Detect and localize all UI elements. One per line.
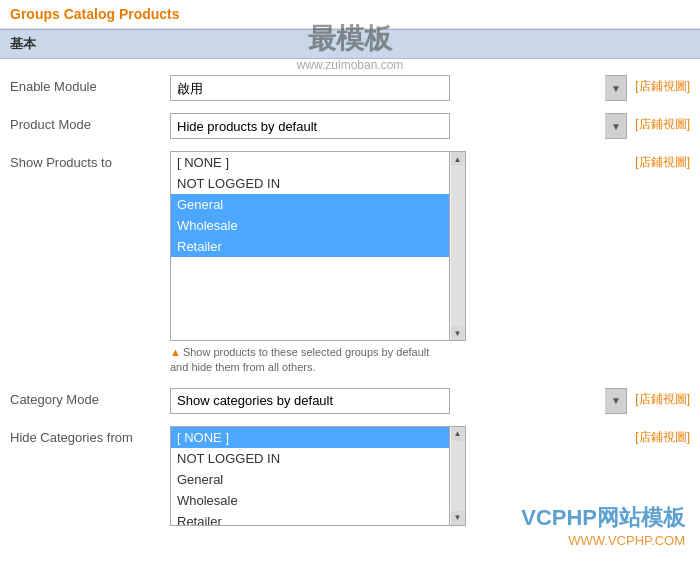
- scroll-up-arrow[interactable]: ▲: [451, 152, 465, 166]
- list-item[interactable]: [ NONE ]: [171, 152, 449, 173]
- show-products-control: [ NONE ]NOT LOGGED INGeneralWholesaleRet…: [170, 151, 627, 376]
- scroll-down-arrow[interactable]: ▼: [451, 326, 465, 340]
- show-products-store-view: [店鋪視圖]: [635, 151, 690, 171]
- list-item[interactable]: General: [171, 469, 449, 490]
- page-header: Groups Catalog Products: [0, 0, 700, 29]
- hide-categories-control: [ NONE ]NOT LOGGED INGeneralWholesaleRet…: [170, 426, 627, 526]
- product-mode-control: Hide products by default Show products b…: [170, 113, 627, 139]
- enable-module-select[interactable]: 啟用 停用: [170, 75, 450, 101]
- list-item[interactable]: NOT LOGGED IN: [171, 173, 449, 194]
- hide-scroll-track: [451, 441, 465, 511]
- list-item[interactable]: NOT LOGGED IN: [171, 448, 449, 469]
- hide-categories-row: Hide Categories from [ NONE ]NOT LOGGED …: [0, 420, 700, 532]
- page-title: Groups Catalog Products: [10, 6, 180, 22]
- section-body: Enable Module 啟用 停用 ▼ [店鋪視圖] Product Mod…: [0, 59, 700, 542]
- product-mode-label: Product Mode: [10, 113, 170, 132]
- show-products-hint: ▲Show products to these selected groups …: [170, 345, 450, 376]
- hide-categories-label: Hide Categories from: [10, 426, 170, 445]
- show-products-scrollbar[interactable]: ▲ ▼: [450, 151, 466, 341]
- show-products-listbox-wrapper: [ NONE ]NOT LOGGED INGeneralWholesaleRet…: [170, 151, 627, 341]
- enable-module-label: Enable Module: [10, 75, 170, 94]
- hide-categories-listbox[interactable]: [ NONE ]NOT LOGGED INGeneralWholesaleRet…: [170, 426, 450, 526]
- warning-icon: ▲: [170, 346, 181, 358]
- show-products-row: Show Products to [ NONE ]NOT LOGGED INGe…: [0, 145, 700, 382]
- category-mode-label: Category Mode: [10, 388, 170, 407]
- enable-module-select-wrapper: 啟用 停用 ▼: [170, 75, 627, 101]
- category-mode-control: Show categories by default Hide categori…: [170, 388, 627, 414]
- enable-module-select-arrow: ▼: [605, 75, 627, 101]
- hide-categories-listbox-wrapper: [ NONE ]NOT LOGGED INGeneralWholesaleRet…: [170, 426, 627, 526]
- category-mode-select[interactable]: Show categories by default Hide categori…: [170, 388, 450, 414]
- enable-module-control: 啟用 停用 ▼: [170, 75, 627, 101]
- show-products-listbox[interactable]: [ NONE ]NOT LOGGED INGeneralWholesaleRet…: [170, 151, 450, 341]
- list-item[interactable]: Retailer: [171, 236, 449, 257]
- hide-scroll-down-arrow[interactable]: ▼: [451, 511, 465, 525]
- hide-categories-store-view: [店鋪視圖]: [635, 426, 690, 446]
- product-mode-store-view: [店鋪視圖]: [635, 113, 690, 133]
- category-mode-select-arrow: ▼: [605, 388, 627, 414]
- show-products-label: Show Products to: [10, 151, 170, 170]
- list-item[interactable]: Wholesale: [171, 490, 449, 511]
- product-mode-select-arrow: ▼: [605, 113, 627, 139]
- product-mode-row: Product Mode Hide products by default Sh…: [0, 107, 700, 145]
- scroll-track: [451, 166, 465, 326]
- hide-categories-scrollbar[interactable]: ▲ ▼: [450, 426, 466, 526]
- category-mode-store-view: [店鋪視圖]: [635, 388, 690, 408]
- section-label: 基本: [10, 36, 36, 51]
- hint-text-content: Show products to these selected groups b…: [170, 346, 429, 373]
- section-header: 基本: [0, 29, 700, 59]
- enable-module-store-view: [店鋪視圖]: [635, 75, 690, 95]
- list-item[interactable]: Retailer: [171, 511, 449, 526]
- list-item[interactable]: General: [171, 194, 449, 215]
- category-mode-row: Category Mode Show categories by default…: [0, 382, 700, 420]
- product-mode-select-wrapper: Hide products by default Show products b…: [170, 113, 627, 139]
- hide-scroll-up-arrow[interactable]: ▲: [451, 427, 465, 441]
- list-item[interactable]: Wholesale: [171, 215, 449, 236]
- enable-module-row: Enable Module 啟用 停用 ▼ [店鋪視圖]: [0, 69, 700, 107]
- list-item[interactable]: [ NONE ]: [171, 427, 449, 448]
- product-mode-select[interactable]: Hide products by default Show products b…: [170, 113, 450, 139]
- category-mode-select-wrapper: Show categories by default Hide categori…: [170, 388, 627, 414]
